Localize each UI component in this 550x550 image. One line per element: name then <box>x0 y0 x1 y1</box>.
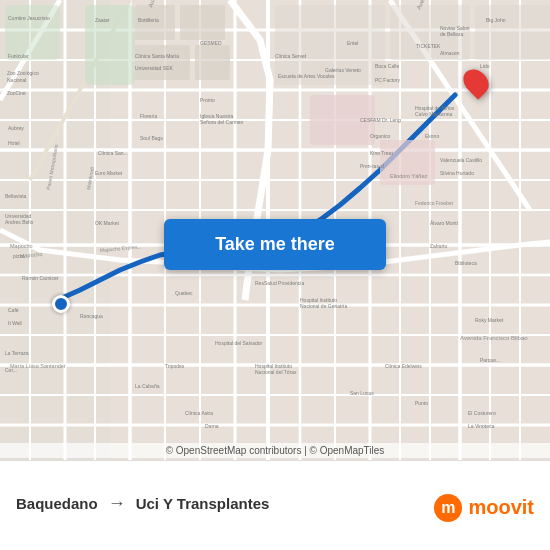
svg-text:La Cabaña: La Cabaña <box>135 383 160 389</box>
svg-text:Rancagua: Rancagua <box>80 313 103 319</box>
bottom-content: Baquedano → Uci Y Transplantes m moovit <box>16 490 534 522</box>
svg-text:Zahartu: Zahartu <box>430 243 447 249</box>
svg-text:Punto: Punto <box>415 400 428 406</box>
svg-text:Pren-tas-cl: Pren-tas-cl <box>360 163 384 169</box>
svg-text:OK Market: OK Market <box>95 220 120 226</box>
svg-text:GESMED: GESMED <box>200 40 222 46</box>
svg-text:Parque...: Parque... <box>480 357 500 363</box>
svg-text:CESFAM Dr. Leng: CESFAM Dr. Leng <box>360 117 401 123</box>
svg-text:Cor...: Cor... <box>5 367 17 373</box>
svg-text:Ekono: Ekono <box>425 133 439 139</box>
moovit-text: moovit <box>468 496 534 519</box>
svg-text:Soul Bags: Soul Bags <box>140 135 163 141</box>
svg-text:Clínica Servet: Clínica Servet <box>275 53 307 59</box>
svg-text:La Vinoteca: La Vinoteca <box>468 423 495 429</box>
svg-text:Señora del Carmen: Señora del Carmen <box>200 119 244 125</box>
svg-text:Clínica San...: Clínica San... <box>98 150 128 156</box>
svg-text:Biblioteca: Biblioteca <box>455 260 477 266</box>
svg-text:Universidad SEK: Universidad SEK <box>135 65 173 71</box>
svg-text:Avenida Francisco Bilbao: Avenida Francisco Bilbao <box>460 335 528 341</box>
svg-text:It Wall: It Wall <box>8 320 22 326</box>
svg-rect-37 <box>180 5 225 40</box>
svg-rect-34 <box>85 5 135 85</box>
svg-text:Cumbre Jesucristo: Cumbre Jesucristo <box>8 15 50 21</box>
svg-text:Zoo Zoológico: Zoo Zoológico <box>7 70 39 76</box>
svg-rect-35 <box>5 5 60 60</box>
svg-text:Silvina Hurtado: Silvina Hurtado <box>440 170 474 176</box>
svg-text:Euro Market: Euro Market <box>95 170 123 176</box>
svg-text:Bottillería: Bottillería <box>138 17 159 23</box>
bottom-bar: Baquedano → Uci Y Transplantes m moovit <box>0 460 550 550</box>
svg-text:Nacional del Tórax: Nacional del Tórax <box>255 369 297 375</box>
svg-text:Funicular: Funicular <box>8 53 29 59</box>
svg-text:María Luisa Santander: María Luisa Santander <box>10 363 66 369</box>
svg-text:Álvaro Monti: Álvaro Monti <box>430 220 458 226</box>
svg-text:Andres Bello: Andres Bello <box>5 219 34 225</box>
svg-text:Clínica Astra: Clínica Astra <box>185 410 213 416</box>
take-me-there-button[interactable]: Take me there <box>164 219 386 270</box>
svg-text:Valenzuela Castillo: Valenzuela Castillo <box>440 157 482 163</box>
svg-text:Kine Treat: Kine Treat <box>370 150 393 156</box>
svg-text:Florería: Florería <box>140 113 157 119</box>
app-container: Autopista Costanera Avenida Nueva Provid… <box>0 0 550 550</box>
svg-text:Organico: Organico <box>370 133 391 139</box>
svg-text:Big John: Big John <box>486 17 506 23</box>
svg-text:Ramón Carnicer: Ramón Carnicer <box>22 275 59 281</box>
svg-text:Mapocho: Mapocho <box>10 243 33 249</box>
route-arrow-icon: → <box>108 493 126 514</box>
map-attribution: © OpenStreetMap contributors | © OpenMap… <box>0 443 550 458</box>
svg-text:Clínica Edelweis: Clínica Edelweis <box>385 363 422 369</box>
svg-text:Entel: Entel <box>347 40 358 46</box>
svg-text:Galerías Veneto: Galerías Veneto <box>325 67 361 73</box>
svg-rect-44 <box>475 5 550 60</box>
svg-text:Café: Café <box>8 307 19 313</box>
svg-text:El Costurero: El Costurero <box>468 410 496 416</box>
svg-text:Clínica Santa María: Clínica Santa María <box>135 53 179 59</box>
svg-rect-38 <box>135 45 190 80</box>
svg-text:Nacional: Nacional <box>7 77 26 83</box>
start-marker <box>52 295 70 313</box>
svg-text:Federico Froeber: Federico Froeber <box>415 200 454 206</box>
svg-text:Darna: Darna <box>205 423 219 429</box>
svg-text:Boca Calle: Boca Calle <box>375 63 399 69</box>
route-to: Uci Y Transplantes <box>136 495 270 512</box>
route-from: Baquedano <box>16 495 98 512</box>
svg-text:PC Factory: PC Factory <box>375 77 401 83</box>
moovit-logo: m moovit <box>434 494 534 522</box>
svg-text:San Lucas: San Lucas <box>350 390 374 396</box>
svg-text:Bellavista: Bellavista <box>5 193 27 199</box>
svg-text:de Belleza: de Belleza <box>440 31 464 37</box>
svg-text:Roky Market: Roky Market <box>475 317 504 323</box>
svg-text:Hospital del Salvador: Hospital del Salvador <box>215 340 263 346</box>
svg-text:TICKETEK: TICKETEK <box>416 43 441 49</box>
svg-text:Nacional de Geriatría: Nacional de Geriatría <box>300 303 347 309</box>
svg-text:Aubrey: Aubrey <box>8 125 24 131</box>
moovit-icon: m <box>434 494 462 522</box>
svg-text:ResSalud Providencia: ResSalud Providencia <box>255 280 304 286</box>
end-marker <box>465 68 487 96</box>
route-info: Baquedano → Uci Y Transplantes <box>16 493 269 514</box>
svg-text:La Terraza: La Terraza <box>5 350 29 356</box>
svg-text:Quebec: Quebec <box>175 290 193 296</box>
svg-text:ZooCine: ZooCine <box>7 90 26 96</box>
svg-text:Escuela de Artes Vocales: Escuela de Artes Vocales <box>278 73 335 79</box>
svg-text:Almacen: Almacen <box>440 50 460 56</box>
svg-text:Zaatar: Zaatar <box>95 17 110 23</box>
svg-text:Hotel: Hotel <box>8 140 20 146</box>
svg-text:Calvo Mackenna: Calvo Mackenna <box>415 111 452 117</box>
svg-text:Eliodoro Yáñez: Eliodoro Yáñez <box>390 173 427 179</box>
map-area: Autopista Costanera Avenida Nueva Provid… <box>0 0 550 460</box>
svg-text:Pronto: Pronto <box>200 97 215 103</box>
svg-rect-39 <box>195 45 230 80</box>
svg-text:Tripodes: Tripodes <box>165 363 185 369</box>
